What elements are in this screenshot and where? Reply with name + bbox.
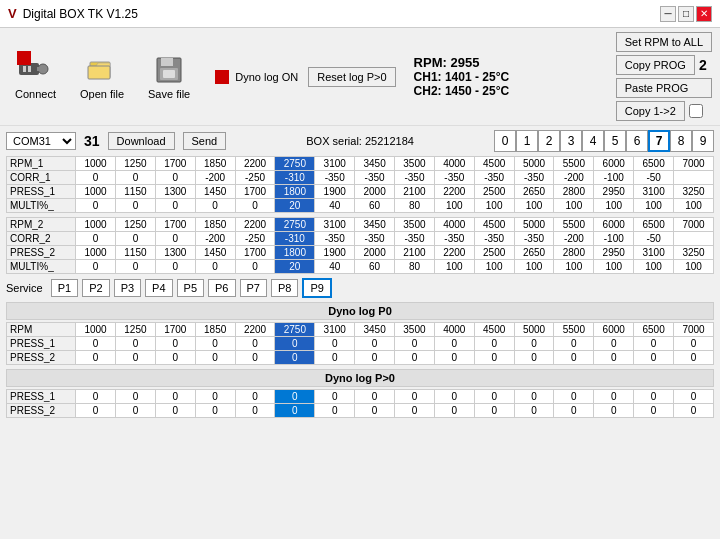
- table-cell[interactable]: -350: [474, 171, 514, 185]
- table-cell[interactable]: 0: [76, 351, 116, 365]
- service-tab-p6[interactable]: P6: [208, 279, 235, 297]
- table-cell[interactable]: 1800: [275, 185, 315, 199]
- table-cell[interactable]: 0: [634, 404, 674, 418]
- table-cell[interactable]: 2500: [474, 185, 514, 199]
- table-cell[interactable]: 0: [594, 337, 634, 351]
- copy-1-2-button[interactable]: Copy 1->2: [616, 101, 685, 121]
- service-tab-p5[interactable]: P5: [177, 279, 204, 297]
- table-cell[interactable]: 1150: [116, 246, 156, 260]
- table-cell[interactable]: 3450: [355, 218, 395, 232]
- table-cell[interactable]: -350: [315, 171, 355, 185]
- table-cell[interactable]: 40: [315, 260, 355, 274]
- table-cell[interactable]: 0: [355, 390, 395, 404]
- open-file-button[interactable]: Open file: [73, 51, 131, 103]
- table-cell[interactable]: -350: [434, 232, 474, 246]
- minimize-button[interactable]: ─: [660, 6, 676, 22]
- table-cell[interactable]: 0: [76, 390, 116, 404]
- table-cell[interactable]: 5500: [554, 218, 594, 232]
- table-cell[interactable]: 2800: [554, 185, 594, 199]
- table-cell[interactable]: -250: [235, 171, 275, 185]
- table-cell[interactable]: 5000: [514, 323, 554, 337]
- table-cell[interactable]: 1300: [155, 246, 195, 260]
- table-cell[interactable]: 0: [554, 351, 594, 365]
- table-cell[interactable]: 0: [474, 337, 514, 351]
- table-cell[interactable]: 1250: [116, 157, 156, 171]
- table-cell[interactable]: 5000: [514, 157, 554, 171]
- reset-log-button[interactable]: Reset log P>0: [308, 67, 395, 87]
- table-cell[interactable]: 0: [395, 404, 435, 418]
- table-cell[interactable]: 100: [434, 199, 474, 213]
- tab-1[interactable]: 1: [516, 130, 538, 152]
- table-cell[interactable]: 2000: [355, 185, 395, 199]
- copy-prog-button[interactable]: Copy PROG: [616, 55, 695, 75]
- table-cell[interactable]: 0: [634, 351, 674, 365]
- table-cell[interactable]: 2200: [235, 218, 275, 232]
- table-cell[interactable]: 100: [554, 260, 594, 274]
- table-cell[interactable]: 0: [434, 337, 474, 351]
- table-cell[interactable]: 0: [116, 351, 156, 365]
- table-cell[interactable]: 80: [395, 199, 435, 213]
- table-cell[interactable]: 0: [514, 404, 554, 418]
- table-cell[interactable]: 100: [594, 260, 634, 274]
- table-cell[interactable]: 0: [315, 404, 355, 418]
- table-cell[interactable]: 1700: [155, 218, 195, 232]
- table-cell[interactable]: 3100: [315, 157, 355, 171]
- table-cell[interactable]: 2200: [235, 323, 275, 337]
- table-cell[interactable]: 100: [474, 199, 514, 213]
- table-cell[interactable]: 0: [474, 351, 514, 365]
- service-tab-p2[interactable]: P2: [82, 279, 109, 297]
- table-cell[interactable]: -310: [275, 171, 315, 185]
- table-cell[interactable]: 1900: [315, 246, 355, 260]
- table-cell[interactable]: 1700: [235, 246, 275, 260]
- table-cell[interactable]: 0: [116, 337, 156, 351]
- table-cell[interactable]: 1000: [76, 323, 116, 337]
- table-cell[interactable]: 6000: [594, 323, 634, 337]
- table-cell[interactable]: 3100: [634, 246, 674, 260]
- table-cell[interactable]: -200: [554, 171, 594, 185]
- table-cell[interactable]: 0: [554, 404, 594, 418]
- table-cell[interactable]: 1450: [195, 246, 235, 260]
- table-cell[interactable]: -200: [195, 232, 235, 246]
- table-cell[interactable]: 2500: [474, 246, 514, 260]
- table-cell[interactable]: 4000: [434, 157, 474, 171]
- table-cell[interactable]: 3500: [395, 323, 435, 337]
- table-cell[interactable]: 0: [116, 260, 156, 274]
- table-cell[interactable]: 0: [76, 199, 116, 213]
- table-cell[interactable]: 0: [275, 351, 315, 365]
- table-cell[interactable]: 0: [395, 390, 435, 404]
- table-cell[interactable]: 0: [315, 337, 355, 351]
- table-cell[interactable]: 0: [195, 351, 235, 365]
- table-cell[interactable]: -350: [474, 232, 514, 246]
- table-cell[interactable]: 0: [116, 199, 156, 213]
- table-cell[interactable]: 0: [674, 351, 714, 365]
- close-button[interactable]: ✕: [696, 6, 712, 22]
- table-cell[interactable]: 1700: [235, 185, 275, 199]
- table-cell[interactable]: 2750: [275, 157, 315, 171]
- table-cell[interactable]: 0: [76, 337, 116, 351]
- table-cell[interactable]: 1700: [155, 323, 195, 337]
- set-rpm-button[interactable]: Set RPM to ALL: [616, 32, 712, 52]
- table-cell[interactable]: 0: [76, 171, 116, 185]
- table-cell[interactable]: 4500: [474, 218, 514, 232]
- table-cell[interactable]: 20: [275, 260, 315, 274]
- table-cell[interactable]: 100: [554, 199, 594, 213]
- service-tab-p7[interactable]: P7: [240, 279, 267, 297]
- table-cell[interactable]: 3500: [395, 157, 435, 171]
- table-cell[interactable]: 3450: [355, 323, 395, 337]
- tab-0[interactable]: 0: [494, 130, 516, 152]
- table-cell[interactable]: 100: [514, 260, 554, 274]
- table-cell[interactable]: 6000: [594, 218, 634, 232]
- table-cell[interactable]: 0: [474, 390, 514, 404]
- table-cell[interactable]: 0: [76, 232, 116, 246]
- table-cell[interactable]: 100: [674, 260, 714, 274]
- table-cell[interactable]: 1150: [116, 185, 156, 199]
- copy-checkbox[interactable]: [689, 104, 703, 118]
- table-cell[interactable]: 7000: [674, 323, 714, 337]
- table-cell[interactable]: 0: [355, 337, 395, 351]
- table-cell[interactable]: 0: [674, 404, 714, 418]
- table-cell[interactable]: 4000: [434, 323, 474, 337]
- table-cell[interactable]: 0: [514, 390, 554, 404]
- table-cell[interactable]: 2200: [434, 246, 474, 260]
- table-cell[interactable]: 2750: [275, 323, 315, 337]
- table-cell[interactable]: 0: [195, 390, 235, 404]
